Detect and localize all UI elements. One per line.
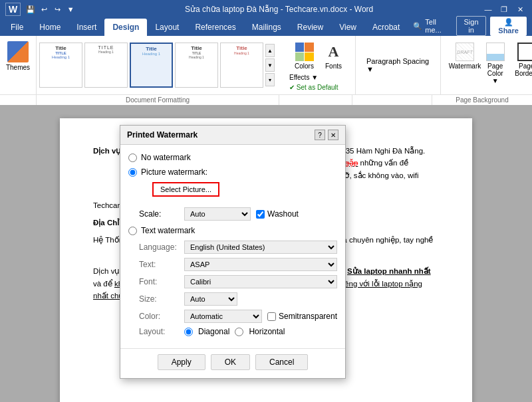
save-btn[interactable]: 💾	[25, 3, 37, 15]
title-bar-left: W 💾 ↩ ↪ ▼	[5, 3, 76, 16]
tab-mailings[interactable]: Mailings	[244, 19, 289, 36]
no-watermark-radio[interactable]	[128, 153, 137, 162]
themes-label: Themes	[6, 64, 30, 71]
watermark-button[interactable]: DRAFT Watermark	[452, 39, 478, 87]
tab-view[interactable]: View	[331, 19, 364, 36]
page-borders-label: Page Borders	[515, 62, 532, 77]
picture-watermark-label[interactable]: Picture watermark:	[141, 167, 207, 177]
dialog-close-btn[interactable]: ✕	[328, 130, 338, 140]
colors-square	[295, 43, 314, 61]
fonts-icon: A	[323, 41, 344, 62]
paragraph-spacing-section: Paragraph Spacing ▼	[361, 36, 441, 94]
no-watermark-label[interactable]: No watermark	[141, 153, 191, 162]
scale-label: Scale:	[139, 209, 179, 219]
theme-item-3[interactable]: Title Heading 1	[130, 43, 173, 88]
apply-button[interactable]: Apply	[158, 354, 205, 370]
tab-acrobat[interactable]: Acrobat	[364, 19, 408, 36]
tab-references[interactable]: References	[187, 19, 243, 36]
gallery-scroll-up[interactable]: ▲	[265, 44, 275, 57]
select-picture-button[interactable]: Select Picture...	[152, 182, 219, 197]
tab-design[interactable]: Design	[104, 19, 147, 36]
semitransparent-label[interactable]: Semitransparent	[279, 312, 337, 321]
colors-label: Colors	[295, 62, 314, 70]
text-watermark-row: Text watermark	[128, 226, 337, 235]
diagonal-radio[interactable]	[184, 328, 193, 336]
gallery-scroll-more[interactable]: ▾	[265, 73, 275, 86]
language-select[interactable]: English (United States)	[184, 241, 337, 254]
font-field-label: Font:	[139, 277, 179, 286]
dialog-title: Printed Watermark	[127, 130, 198, 140]
themes-section-label	[0, 95, 37, 105]
cancel-button[interactable]: Cancel	[255, 354, 308, 370]
word-icon: W	[5, 3, 21, 16]
doc-format-section-label: Document Formatting	[37, 95, 279, 105]
semitransparent-checkbox[interactable]	[267, 312, 276, 321]
horizontal-label[interactable]: Horizontal	[249, 327, 285, 336]
fonts-button[interactable]: A Fonts	[321, 39, 347, 72]
tab-home[interactable]: Home	[31, 19, 68, 36]
page-bg-buttons: DRAFT Watermark Page Color ▼ Page B	[452, 39, 532, 87]
diagonal-label[interactable]: Diagonal	[198, 327, 229, 336]
tab-review[interactable]: Review	[289, 19, 331, 36]
theme-item-1[interactable]: Title TITLE Heading 1	[39, 43, 82, 88]
ok-button[interactable]: OK	[211, 354, 250, 370]
scale-row: Scale: Auto Washout	[139, 207, 337, 221]
colors-button[interactable]: Colors	[291, 39, 318, 72]
text-select[interactable]: ASAP	[184, 258, 337, 271]
text-watermark-label[interactable]: Text watermark	[141, 226, 195, 235]
dialog-help-btn[interactable]: ?	[315, 130, 325, 140]
select-picture-wrapper: Select Picture...	[139, 182, 337, 202]
scale-select[interactable]: Auto	[184, 207, 251, 221]
customize-qat-btn[interactable]: ▼	[65, 3, 76, 15]
color-swatch-2	[305, 43, 314, 52]
picture-watermark-row: Picture watermark:	[128, 167, 337, 177]
size-select[interactable]: Auto	[184, 292, 237, 306]
page-color-button[interactable]: Page Color ▼	[481, 39, 509, 87]
washout-checkbox-row: Washout	[256, 209, 299, 219]
theme-item-4[interactable]: Title TITLE Heading 1	[175, 43, 218, 88]
theme-item-2[interactable]: TITLE Heading 1	[84, 43, 128, 88]
redo-btn[interactable]: ↪	[51, 3, 63, 15]
fonts-A-icon: A	[325, 43, 343, 61]
horizontal-radio[interactable]	[235, 328, 243, 336]
restore-btn[interactable]: ❐	[497, 3, 511, 16]
text-watermark-radio[interactable]	[128, 227, 137, 235]
washout-checkbox[interactable]	[256, 210, 265, 219]
paragraph-spacing-label: Paragraph Spacing ▼	[366, 57, 435, 73]
ps-section-label	[352, 95, 432, 105]
set-default-button[interactable]: ✔ Set as Default	[287, 83, 351, 92]
watermark-preview-icon: DRAFT	[456, 43, 474, 61]
document-formatting-section: Title TITLE Heading 1 TITLE Heading 1	[37, 36, 277, 94]
color-field-label: Color:	[139, 312, 179, 321]
page-color-preview	[486, 43, 505, 61]
close-btn[interactable]: ✕	[513, 3, 527, 16]
picture-watermark-radio[interactable]	[128, 168, 137, 177]
tell-me-input[interactable]: 🔍 Tell me...	[408, 17, 452, 35]
tab-insert[interactable]: Insert	[68, 19, 104, 36]
undo-btn[interactable]: ↩	[38, 3, 50, 15]
no-watermark-row: No watermark	[128, 153, 337, 162]
washout-label[interactable]: Washout	[267, 209, 299, 219]
paragraph-spacing-button[interactable]: Paragraph Spacing ▼	[366, 56, 435, 74]
ribbon-main: Themes Title TITLE Heading 1 TITLE Headi…	[0, 36, 532, 94]
gallery-scroll: ▲ ▼ ▾	[265, 44, 275, 86]
page-borders-button[interactable]: Page Borders	[512, 39, 532, 87]
themes-section: Themes	[0, 36, 37, 94]
minimize-btn[interactable]: —	[481, 3, 495, 16]
document-title: Sửa chữa laptop Đà Nẵng - Techcare.vn.do…	[76, 5, 481, 14]
size-row: Size: Auto	[139, 292, 337, 306]
watermark-icon: DRAFT	[454, 41, 475, 62]
gallery-scroll-down[interactable]: ▼	[265, 58, 275, 72]
color-select[interactable]: Automatic	[184, 310, 262, 323]
effects-button[interactable]: Effects ▼	[287, 73, 351, 82]
themes-button[interactable]: Themes	[2, 39, 34, 74]
font-select[interactable]: Calibri	[184, 275, 337, 288]
tab-file[interactable]: File	[3, 19, 31, 36]
tab-layout[interactable]: Layout	[147, 19, 187, 36]
colors-icon	[294, 41, 315, 62]
language-field-label: Language:	[139, 243, 179, 252]
language-row: Language: English (United States)	[139, 241, 337, 254]
theme-item-5[interactable]: Title Heading 1	[220, 43, 263, 88]
share-button[interactable]: 👤 Share	[490, 17, 527, 36]
signin-button[interactable]: Sign in	[456, 16, 486, 36]
